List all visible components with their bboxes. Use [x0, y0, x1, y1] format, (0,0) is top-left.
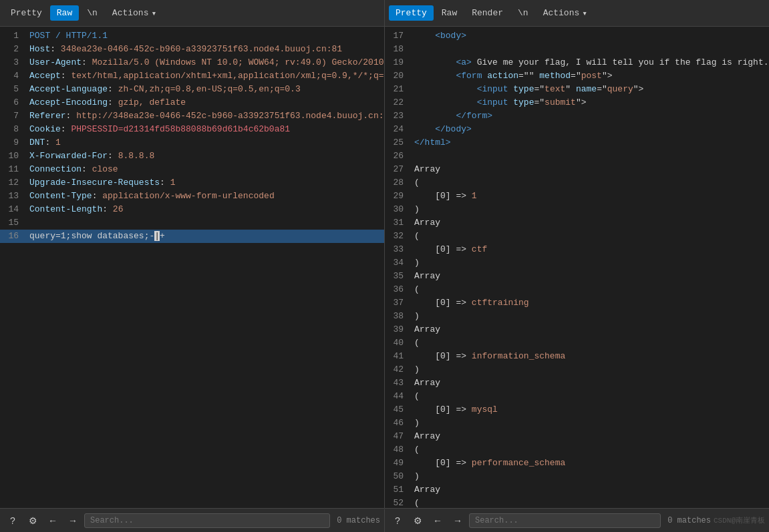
line-content: ( [412, 443, 769, 457]
left-settings-button[interactable]: ⚙ [24, 512, 41, 529]
left-tab-newline[interactable]: \n [80, 5, 104, 21]
left-line-3: 3User-Agent: Mozilla/5.0 (Windows NT 10.… [0, 56, 384, 69]
right-actions-button[interactable]: Actions ▾ [536, 5, 594, 21]
left-line-16: 16query=1;show databases;-|+ [0, 230, 384, 243]
line-content: <input type="text" name="query"> [412, 83, 769, 96]
line-content: Cookie: PHPSESSID=d21314fd58b88088b69d61… [27, 123, 384, 136]
right-line-51: 51Array [385, 483, 769, 497]
right-help-button[interactable]: ? [389, 512, 406, 529]
line-content: ( [412, 497, 769, 508]
line-content: Upgrade-Insecure-Requests: 1 [27, 176, 384, 190]
line-content: DNT: 1 [27, 136, 384, 150]
line-content: Content-Type: application/x-www-form-url… [27, 190, 384, 203]
right-tab-newline[interactable]: \n [511, 5, 535, 21]
left-tab-pretty[interactable]: Pretty [4, 5, 49, 21]
left-chevron-icon: ▾ [151, 8, 156, 19]
line-content [412, 150, 769, 163]
line-number: 29 [385, 190, 412, 203]
line-content: Accept-Encoding: gzip, deflate [27, 96, 384, 109]
right-line-28: 28( [385, 176, 769, 190]
line-number: 7 [0, 109, 27, 123]
right-line-23: 23 </form> [385, 109, 769, 123]
right-tab-render[interactable]: Render [465, 5, 510, 21]
left-line-9: 9DNT: 1 [0, 136, 384, 150]
right-line-31: 31Array [385, 216, 769, 230]
line-number: 43 [385, 376, 412, 390]
left-line-4: 4Accept: text/html,application/xhtml+xml… [0, 69, 384, 83]
left-back-button[interactable]: ← [44, 512, 61, 529]
line-number: 44 [385, 390, 412, 403]
right-line-50: 50) [385, 470, 769, 483]
line-number: 9 [0, 136, 27, 150]
line-number: 35 [385, 270, 412, 283]
line-number: 5 [0, 83, 27, 96]
line-number: 3 [0, 56, 27, 69]
line-content: Connection: close [27, 163, 384, 176]
right-search-input[interactable] [469, 513, 661, 528]
back-icon: ← [48, 515, 57, 526]
right-settings-button[interactable]: ⚙ [409, 512, 426, 529]
line-number: 47 [385, 430, 412, 443]
right-settings-icon: ⚙ [414, 515, 422, 526]
right-line-17: 17 <body> [385, 29, 769, 43]
line-content: Array [412, 270, 769, 283]
line-content: Array [412, 216, 769, 230]
line-number: 24 [385, 123, 412, 136]
left-line-6: 6Accept-Encoding: gzip, deflate [0, 96, 384, 109]
line-content: Content-Length: 26 [27, 203, 384, 216]
right-line-19: 19 <a> Give me your flag, I will tell yo… [385, 56, 769, 69]
line-content: [0] => information_schema [412, 350, 769, 363]
left-help-button[interactable]: ? [4, 512, 21, 529]
line-number: 52 [385, 497, 412, 508]
right-tab-pretty[interactable]: Pretty [389, 5, 434, 21]
left-search-input[interactable] [84, 513, 330, 528]
line-number: 49 [385, 457, 412, 470]
left-tab-raw[interactable]: Raw [50, 5, 79, 21]
left-line-11: 11Connection: close [0, 163, 384, 176]
line-content: POST / HTTP/1.1 [27, 29, 384, 43]
right-back-icon: ← [433, 515, 442, 526]
left-actions-button[interactable]: Actions ▾ [106, 5, 163, 21]
line-content: Accept: text/html,application/xhtml+xml,… [27, 69, 384, 83]
right-line-26: 26 [385, 150, 769, 163]
left-matches-text: 0 matches [337, 516, 380, 525]
left-forward-button[interactable]: → [64, 512, 82, 529]
line-content: User-Agent: Mozilla/5.0 (Windows NT 10.0… [27, 56, 384, 69]
right-toolbar: Pretty Raw Render \n Actions ▾ [385, 0, 769, 27]
right-matches-text: 0 matches [667, 516, 711, 525]
line-number: 34 [385, 256, 412, 270]
line-number: 40 [385, 336, 412, 350]
left-bottom-panel: ? ⚙ ← → 0 matches [0, 509, 385, 532]
right-bottom-panel: ? ⚙ ← → 0 matches CSDN@南崖青板 [385, 509, 769, 532]
line-number: 15 [0, 216, 27, 230]
right-back-button[interactable]: ← [429, 512, 446, 529]
line-content: Array [412, 163, 769, 176]
line-number: 16 [0, 230, 27, 243]
right-forward-button[interactable]: → [449, 512, 466, 529]
left-line-15: 15 [0, 216, 384, 230]
line-content: [0] => mysql [412, 403, 769, 417]
right-content: 17 <body>1819 <a> Give me your flag, I w… [385, 27, 769, 508]
line-number: 6 [0, 96, 27, 109]
line-content [27, 216, 384, 230]
right-actions-label: Actions [543, 8, 580, 18]
line-number: 41 [385, 350, 412, 363]
line-number: 51 [385, 483, 412, 497]
right-tab-raw[interactable]: Raw [435, 5, 464, 21]
line-number: 27 [385, 163, 412, 176]
line-number: 39 [385, 323, 412, 336]
left-actions-label: Actions [112, 8, 149, 18]
line-number: 36 [385, 283, 412, 296]
line-content: ( [412, 176, 769, 190]
right-line-38: 38) [385, 310, 769, 323]
line-content: ) [412, 203, 769, 216]
right-line-29: 29 [0] => 1 [385, 190, 769, 203]
right-line-35: 35Array [385, 270, 769, 283]
line-number: 2 [0, 43, 27, 56]
right-line-37: 37 [0] => ctftraining [385, 296, 769, 310]
line-number: 10 [0, 150, 27, 163]
line-number: 31 [385, 216, 412, 230]
line-number: 22 [385, 96, 412, 109]
line-number: 20 [385, 69, 412, 83]
left-panel: Pretty Raw \n Actions ▾ 1POST / HTTP/1.1… [0, 0, 385, 508]
